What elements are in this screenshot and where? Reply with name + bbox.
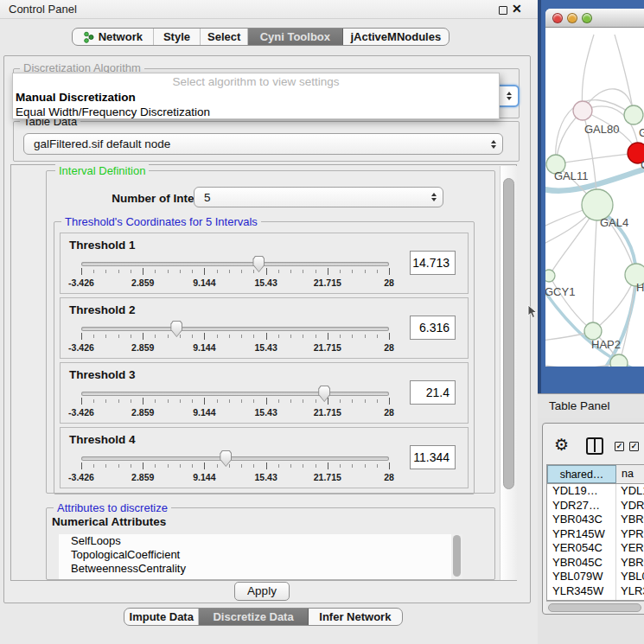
list-scrollbar[interactable] [451,534,462,579]
attribute-item[interactable]: SelfLoops [59,534,462,548]
slider-tick [180,464,181,468]
threshold-panel: Threshold 1-3.4262.8599.14415.4321.71528… [60,233,469,294]
float-window-icon[interactable] [499,6,507,15]
node-table-rows: YDL19…YDL1YDR27…YDR2YBR043CYBR0YPR145WYP… [547,484,644,601]
popup-option[interactable]: Equal Width/Frequency Discretization [16,105,210,119]
network-node[interactable] [610,354,628,367]
name-cell[interactable]: YBR0 [616,556,644,571]
shared-name-cell[interactable]: YBR043C [547,513,616,527]
shared-name-cell[interactable]: YDR27… [547,499,616,513]
threshold-value-field[interactable]: 6.316 [410,316,456,340]
zoom-traffic-icon[interactable] [582,13,592,23]
tab-label: Cyni Toolbox [260,30,330,43]
slider-thumb[interactable] [170,321,182,337]
table-row[interactable]: YBL079WYBL0 [547,570,644,584]
network-node[interactable] [624,105,643,124]
shared-name-cell[interactable]: YBL079W [547,570,616,584]
settings-vertical-scrollbar[interactable] [500,166,517,580]
column-header-name[interactable]: na [616,465,644,483]
slider-tick [352,464,353,468]
column-header-shared-name[interactable]: shared… [547,465,616,483]
horizontal-scrollbar[interactable] [546,601,644,613]
list-scrollbar-thumb[interactable] [453,535,461,577]
tab-select[interactable]: Select [201,29,248,45]
name-cell[interactable]: YBR0 [616,513,644,527]
attribute-item[interactable]: BetweennessCentrality [59,562,462,576]
apply-button[interactable]: Apply [234,582,290,601]
slider-tick [316,464,316,468]
shared-name-cell[interactable]: YBR045C [547,556,616,571]
split-columns-icon[interactable] [586,437,603,455]
slider-tick [229,464,230,468]
table-row[interactable]: YBR045CYBR0 [547,556,644,571]
shared-name-cell[interactable]: YDL19… [547,484,616,499]
slider-tick [278,335,279,338]
table-row[interactable]: YER054CYER0 [547,541,644,556]
tab-network[interactable]: Network [73,29,154,45]
tab-impute-data[interactable]: Impute Data [124,609,199,625]
name-cell[interactable]: YER0 [616,541,644,556]
network-node[interactable] [573,101,592,120]
name-cell[interactable]: YBL0 [616,570,644,584]
popup-option[interactable]: Manual Discretization [16,90,136,105]
table-row[interactable]: YDL19…YDL1 [547,484,644,499]
number-of-intervals-combobox[interactable]: 5 [194,187,443,207]
shared-name-cell[interactable]: YLR345W [547,584,616,599]
slider-track[interactable] [81,327,389,331]
shared-name-cell[interactable]: YER054C [547,541,616,556]
minimize-traffic-icon[interactable] [567,13,577,23]
slider-tick [180,399,181,403]
tab-style[interactable]: Style [154,29,201,45]
slider-tick [241,464,242,468]
tab-jactivemnodules[interactable]: jActiveMNodules [343,29,449,45]
threshold-value-field[interactable]: 14.713 [410,251,456,275]
horizontal-scrollbar-thumb[interactable] [548,603,641,612]
settings-scrollbar-thumb[interactable] [503,178,514,489]
slider-tick [266,398,267,405]
close-traffic-icon[interactable] [552,13,563,23]
threshold-value-field[interactable]: 21.4 [410,380,456,405]
algorithm-popup: Select algorithm to view settings Manual… [12,73,500,119]
slider-tick [81,462,82,469]
tab-cyni-toolbox[interactable]: Cyni Toolbox [248,29,343,45]
slider-tick [192,464,193,468]
slider-thumb[interactable] [252,256,265,272]
slider-tick [377,270,378,273]
slider-tick [217,464,218,468]
checkbox-icon[interactable]: ✓ [629,442,639,451]
slider-scale-label: 2.859 [131,407,154,418]
tab-discretize-data[interactable]: Discretize Data [199,609,308,625]
slider-thumb[interactable] [220,450,232,467]
attribute-item[interactable]: TopologicalCoefficient [59,548,462,562]
table-row[interactable]: YPR145WYPR1 [547,527,644,542]
network-canvas[interactable]: GAL80GGAL11CGAL4GCY1HHAP2 [545,28,644,367]
table-row[interactable]: YLR345WYLR3 [547,584,644,599]
slider-track[interactable] [81,392,389,396]
slider-tick [143,398,143,405]
tab-infer-network[interactable]: Infer Network [309,609,402,625]
name-cell[interactable]: YDR2 [616,499,644,513]
name-cell[interactable]: YPR1 [616,527,644,542]
slider-tick [328,398,328,405]
slider-thumb[interactable] [318,386,330,402]
threshold-slider[interactable]: -3.4262.8599.14415.4321.71528 [61,450,469,487]
name-cell[interactable]: YDL1 [616,484,644,499]
window-title: Control Panel [9,0,77,19]
checkbox-icon[interactable]: ✓ [615,442,624,451]
threshold-slider[interactable]: -3.4262.8599.14415.4321.71528 [61,386,469,422]
name-cell[interactable]: YLR3 [616,584,644,599]
table-row[interactable]: YDR27…YDR2 [547,499,644,513]
gear-icon[interactable]: ⚙ [554,435,569,455]
threshold-slider[interactable]: -3.4262.8599.14415.4321.71528 [61,321,469,357]
table-data-combobox[interactable]: galFiltered.sif default node [23,133,503,155]
threshold-value-field[interactable]: 11.344 [410,445,456,469]
threshold-slider[interactable]: -3.4262.8599.14415.4321.71528 [61,256,469,292]
network-node[interactable] [545,270,555,282]
close-icon[interactable]: ✕ [512,2,522,16]
slider-track[interactable] [81,456,389,461]
table-row[interactable]: YBR043CYBR0 [547,513,644,527]
network-node[interactable] [584,322,602,340]
shared-name-cell[interactable]: YPR145W [547,527,616,542]
slider-track[interactable] [81,262,389,266]
slider-tick [316,270,316,273]
